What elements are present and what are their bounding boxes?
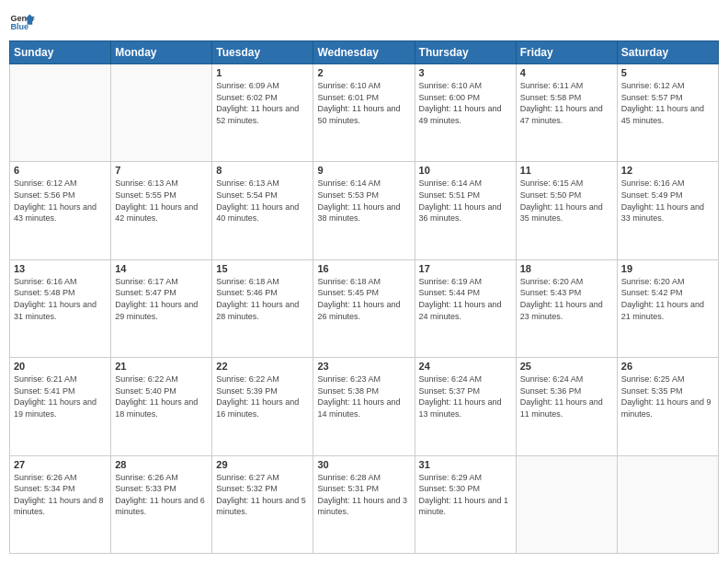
cell-date: 12	[621, 165, 714, 176]
logo-icon: General Blue	[9, 9, 35, 35]
cell-date: 1	[216, 67, 309, 78]
cell-date: 20	[14, 361, 107, 372]
cell-info: Sunrise: 6:27 AMSunset: 5:32 PMDaylight:…	[216, 472, 309, 518]
cell-info: Sunrise: 6:12 AMSunset: 5:57 PMDaylight:…	[621, 80, 714, 126]
calendar-cell: 20Sunrise: 6:21 AMSunset: 5:41 PMDayligh…	[10, 358, 111, 455]
day-header-sunday: Sunday	[10, 41, 111, 64]
cell-info: Sunrise: 6:09 AMSunset: 6:02 PMDaylight:…	[216, 80, 309, 126]
cell-date: 19	[621, 263, 714, 274]
svg-text:Blue: Blue	[10, 22, 28, 31]
calendar-cell: 21Sunrise: 6:22 AMSunset: 5:40 PMDayligh…	[111, 358, 212, 455]
calendar-cell: 2Sunrise: 6:10 AMSunset: 6:01 PMDaylight…	[313, 64, 415, 162]
cell-date: 29	[216, 459, 309, 470]
calendar-cell	[10, 64, 111, 162]
week-row-3: 13Sunrise: 6:16 AMSunset: 5:48 PMDayligh…	[10, 259, 719, 357]
calendar-cell: 23Sunrise: 6:23 AMSunset: 5:38 PMDayligh…	[313, 358, 415, 455]
cell-info: Sunrise: 6:15 AMSunset: 5:50 PMDaylight:…	[520, 178, 613, 224]
day-header-friday: Friday	[516, 41, 617, 64]
cell-info: Sunrise: 6:23 AMSunset: 5:38 PMDaylight:…	[317, 373, 410, 419]
cell-date: 8	[216, 165, 309, 176]
calendar-cell: 28Sunrise: 6:26 AMSunset: 5:33 PMDayligh…	[111, 455, 212, 553]
calendar-cell: 14Sunrise: 6:17 AMSunset: 5:47 PMDayligh…	[111, 259, 212, 357]
calendar-cell: 17Sunrise: 6:19 AMSunset: 5:44 PMDayligh…	[415, 259, 516, 357]
day-header-monday: Monday	[111, 41, 212, 64]
cell-date: 14	[115, 263, 208, 274]
cell-info: Sunrise: 6:16 AMSunset: 5:49 PMDaylight:…	[621, 178, 714, 224]
calendar-cell: 16Sunrise: 6:18 AMSunset: 5:45 PMDayligh…	[313, 259, 415, 357]
calendar-cell: 22Sunrise: 6:22 AMSunset: 5:39 PMDayligh…	[212, 358, 313, 455]
cell-info: Sunrise: 6:24 AMSunset: 5:36 PMDaylight:…	[520, 373, 613, 419]
calendar-cell: 31Sunrise: 6:29 AMSunset: 5:30 PMDayligh…	[415, 455, 516, 553]
calendar-cell: 7Sunrise: 6:13 AMSunset: 5:55 PMDaylight…	[111, 162, 212, 259]
cell-info: Sunrise: 6:20 AMSunset: 5:42 PMDaylight:…	[621, 276, 714, 322]
cell-date: 16	[317, 263, 410, 274]
page: General Blue SundayMondayTuesdayWednesda…	[0, 0, 728, 563]
cell-info: Sunrise: 6:21 AMSunset: 5:41 PMDaylight:…	[14, 373, 107, 419]
cell-info: Sunrise: 6:18 AMSunset: 5:45 PMDaylight:…	[317, 276, 410, 322]
calendar-cell: 19Sunrise: 6:20 AMSunset: 5:42 PMDayligh…	[617, 259, 718, 357]
calendar-cell: 18Sunrise: 6:20 AMSunset: 5:43 PMDayligh…	[516, 259, 617, 357]
cell-date: 25	[520, 361, 613, 372]
calendar-cell: 26Sunrise: 6:25 AMSunset: 5:35 PMDayligh…	[617, 358, 718, 455]
week-row-1: 1Sunrise: 6:09 AMSunset: 6:02 PMDaylight…	[10, 64, 719, 162]
calendar-cell: 29Sunrise: 6:27 AMSunset: 5:32 PMDayligh…	[212, 455, 313, 553]
cell-info: Sunrise: 6:18 AMSunset: 5:46 PMDaylight:…	[216, 276, 309, 322]
calendar-cell: 8Sunrise: 6:13 AMSunset: 5:54 PMDaylight…	[212, 162, 313, 259]
cell-info: Sunrise: 6:14 AMSunset: 5:53 PMDaylight:…	[317, 178, 410, 224]
cell-info: Sunrise: 6:20 AMSunset: 5:43 PMDaylight:…	[520, 276, 613, 322]
calendar-cell: 5Sunrise: 6:12 AMSunset: 5:57 PMDaylight…	[617, 64, 718, 162]
calendar-cell: 10Sunrise: 6:14 AMSunset: 5:51 PMDayligh…	[415, 162, 516, 259]
calendar-cell	[516, 455, 617, 553]
cell-info: Sunrise: 6:29 AMSunset: 5:30 PMDaylight:…	[419, 472, 512, 518]
cell-info: Sunrise: 6:11 AMSunset: 5:58 PMDaylight:…	[520, 80, 613, 126]
calendar-cell	[111, 64, 212, 162]
cell-date: 9	[317, 165, 410, 176]
calendar-cell: 24Sunrise: 6:24 AMSunset: 5:37 PMDayligh…	[415, 358, 516, 455]
cell-info: Sunrise: 6:16 AMSunset: 5:48 PMDaylight:…	[14, 276, 107, 322]
cell-date: 23	[317, 361, 410, 372]
cell-info: Sunrise: 6:26 AMSunset: 5:33 PMDaylight:…	[115, 472, 208, 518]
cell-date: 7	[115, 165, 208, 176]
cell-date: 24	[419, 361, 512, 372]
week-row-5: 27Sunrise: 6:26 AMSunset: 5:34 PMDayligh…	[10, 455, 719, 553]
calendar-cell: 3Sunrise: 6:10 AMSunset: 6:00 PMDaylight…	[415, 64, 516, 162]
cell-info: Sunrise: 6:19 AMSunset: 5:44 PMDaylight:…	[419, 276, 512, 322]
cell-info: Sunrise: 6:24 AMSunset: 5:37 PMDaylight:…	[419, 373, 512, 419]
calendar-cell: 12Sunrise: 6:16 AMSunset: 5:49 PMDayligh…	[617, 162, 718, 259]
cell-info: Sunrise: 6:22 AMSunset: 5:40 PMDaylight:…	[115, 373, 208, 419]
day-header-tuesday: Tuesday	[212, 41, 313, 64]
cell-info: Sunrise: 6:28 AMSunset: 5:31 PMDaylight:…	[317, 472, 410, 518]
cell-date: 6	[14, 165, 107, 176]
cell-date: 15	[216, 263, 309, 274]
cell-date: 10	[419, 165, 512, 176]
calendar-cell: 30Sunrise: 6:28 AMSunset: 5:31 PMDayligh…	[313, 455, 415, 553]
cell-date: 28	[115, 459, 208, 470]
cell-info: Sunrise: 6:13 AMSunset: 5:54 PMDaylight:…	[216, 178, 309, 224]
cell-info: Sunrise: 6:17 AMSunset: 5:47 PMDaylight:…	[115, 276, 208, 322]
cell-info: Sunrise: 6:25 AMSunset: 5:35 PMDaylight:…	[621, 373, 714, 419]
calendar-cell: 4Sunrise: 6:11 AMSunset: 5:58 PMDaylight…	[516, 64, 617, 162]
week-row-4: 20Sunrise: 6:21 AMSunset: 5:41 PMDayligh…	[10, 358, 719, 455]
cell-date: 26	[621, 361, 714, 372]
cell-info: Sunrise: 6:22 AMSunset: 5:39 PMDaylight:…	[216, 373, 309, 419]
day-header-saturday: Saturday	[617, 41, 718, 64]
cell-date: 5	[621, 67, 714, 78]
calendar-cell: 13Sunrise: 6:16 AMSunset: 5:48 PMDayligh…	[10, 259, 111, 357]
cell-date: 3	[419, 67, 512, 78]
calendar: SundayMondayTuesdayWednesdayThursdayFrid…	[9, 40, 719, 554]
cell-info: Sunrise: 6:10 AMSunset: 6:00 PMDaylight:…	[419, 80, 512, 126]
cell-date: 13	[14, 263, 107, 274]
cell-date: 18	[520, 263, 613, 274]
cell-date: 30	[317, 459, 410, 470]
cell-info: Sunrise: 6:12 AMSunset: 5:56 PMDaylight:…	[14, 178, 107, 224]
calendar-cell: 1Sunrise: 6:09 AMSunset: 6:02 PMDaylight…	[212, 64, 313, 162]
cell-info: Sunrise: 6:13 AMSunset: 5:55 PMDaylight:…	[115, 178, 208, 224]
cell-info: Sunrise: 6:26 AMSunset: 5:34 PMDaylight:…	[14, 472, 107, 518]
week-row-2: 6Sunrise: 6:12 AMSunset: 5:56 PMDaylight…	[10, 162, 719, 259]
calendar-cell: 25Sunrise: 6:24 AMSunset: 5:36 PMDayligh…	[516, 358, 617, 455]
logo: General Blue	[9, 9, 35, 35]
day-header-wednesday: Wednesday	[313, 41, 415, 64]
day-header-thursday: Thursday	[415, 41, 516, 64]
cell-date: 22	[216, 361, 309, 372]
cell-date: 31	[419, 459, 512, 470]
